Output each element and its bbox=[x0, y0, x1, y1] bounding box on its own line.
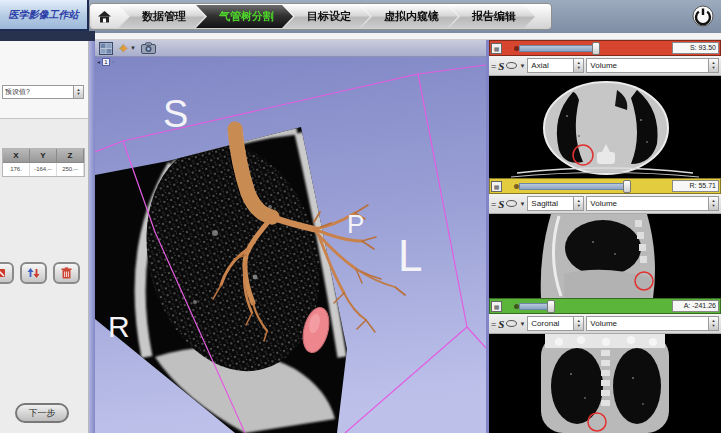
preset-stepper[interactable]: ▲▼ bbox=[73, 85, 84, 99]
power-button[interactable] bbox=[691, 4, 715, 28]
slider-grip-icon[interactable]: ▦ bbox=[491, 43, 502, 54]
add-annotation-button[interactable]: ✦ ▼ bbox=[118, 42, 136, 55]
orientation-select-value: Sagittal bbox=[527, 196, 573, 211]
sagittal-slider[interactable]: ▦ R: 55.71 bbox=[489, 178, 721, 194]
dropdown-arrow-icon[interactable]: ▼ bbox=[519, 199, 525, 209]
axial-slice-image[interactable] bbox=[489, 76, 721, 178]
sagittal-orientation-select[interactable]: Sagittal ▲▼ bbox=[527, 196, 584, 211]
menu-icon[interactable]: = bbox=[491, 319, 496, 329]
orientation-label-left: L bbox=[398, 231, 422, 280]
orientation-label-superior: S bbox=[163, 93, 188, 135]
preset-dropdown[interactable]: 预设值? ▲▼ bbox=[2, 85, 84, 99]
coronal-slice-image[interactable] bbox=[489, 334, 721, 433]
sagittal-slider-value: R: 55.71 bbox=[672, 180, 719, 192]
mode-select-value: Volume bbox=[586, 58, 708, 73]
coordinates-table-header: X Y Z bbox=[3, 149, 84, 163]
marker-dot-icon: ◦ bbox=[112, 58, 114, 66]
axial-orientation-select[interactable]: Axial ▲▼ bbox=[527, 58, 584, 73]
top-bar: 医学影像工作站 数据管理 气管树分割 目标设定 虚拟内窥镜 报告编辑 bbox=[0, 0, 721, 33]
main-nav: 数据管理 气管树分割 目标设定 虚拟内窥镜 报告编辑 bbox=[89, 3, 552, 30]
tab-report-editing[interactable]: 报告编辑 bbox=[449, 5, 535, 28]
dropdown-arrow-icon: ▼ bbox=[130, 45, 136, 51]
slice-views-panel: ▦ S: 93.50 = S ▼ Axial ▲▼ Volume bbox=[486, 40, 721, 433]
slider-grip-icon[interactable]: ▦ bbox=[491, 181, 502, 192]
cell-z: 250.-- bbox=[57, 163, 84, 176]
coronal-orientation-select[interactable]: Coronal ▲▼ bbox=[527, 316, 584, 331]
delete-button[interactable] bbox=[53, 262, 80, 284]
axial-view: ▦ S: 93.50 = S ▼ Axial ▲▼ Volume bbox=[489, 40, 721, 178]
tab-airway-tree-segmentation[interactable]: 气管树分割 bbox=[196, 5, 293, 28]
layout-grid-icon bbox=[99, 42, 113, 55]
preset-dropdown-value: 预设值? bbox=[2, 85, 73, 99]
tab-virtual-endoscopy[interactable]: 虚拟内窥镜 bbox=[361, 5, 458, 28]
sagittal-view: ▦ R: 55.71 = S ▼ Sagittal ▲▼ Volume bbox=[489, 178, 721, 298]
tab-data-management[interactable]: 数据管理 bbox=[119, 5, 205, 28]
table-row[interactable]: 176. -164.-- 250.-- bbox=[3, 163, 84, 176]
coronal-controls: = S ▼ Coronal ▲▼ Volume ▲▼ bbox=[489, 314, 721, 334]
visibility-icon[interactable] bbox=[506, 62, 517, 69]
swap-button[interactable] bbox=[20, 262, 47, 284]
coronal-slider[interactable]: ▦ A: -241.26 bbox=[489, 298, 721, 314]
orientation-label-right: R bbox=[108, 310, 130, 343]
sagittal-slider-track[interactable] bbox=[504, 179, 672, 193]
mode-stepper[interactable]: ▲▼ bbox=[708, 58, 719, 73]
menu-icon[interactable]: = bbox=[491, 61, 496, 71]
orientation-stepper[interactable]: ▲▼ bbox=[573, 196, 584, 211]
link-views-icon[interactable]: S bbox=[498, 319, 504, 329]
mode-stepper[interactable]: ▲▼ bbox=[708, 316, 719, 331]
mode-stepper[interactable]: ▲▼ bbox=[708, 196, 719, 211]
coronal-slider-track[interactable] bbox=[504, 299, 672, 313]
viewer-3d[interactable]: ◂ 1 ◦ bbox=[95, 57, 486, 433]
link-views-icon[interactable]: S bbox=[498, 199, 504, 209]
coronal-mode-select[interactable]: Volume ▲▼ bbox=[586, 316, 719, 331]
cell-x: 176. bbox=[3, 163, 30, 176]
axial-controls: = S ▼ Axial ▲▼ Volume ▲▼ bbox=[489, 56, 721, 76]
axial-slider[interactable]: ▦ S: 93.50 bbox=[489, 40, 721, 56]
col-header-y: Y bbox=[30, 149, 57, 162]
left-sidebar: 预设值? ▲▼ X Y Z 176. -164.-- 250.-- bbox=[0, 41, 89, 433]
cell-y: -164.-- bbox=[30, 163, 57, 176]
tab-target-setting[interactable]: 目标设定 bbox=[284, 5, 370, 28]
orientation-label-posterior: P bbox=[347, 209, 364, 239]
axial-slider-value: S: 93.50 bbox=[672, 42, 719, 54]
link-views-icon[interactable]: S bbox=[498, 61, 504, 71]
col-header-x: X bbox=[3, 149, 30, 162]
coronal-slider-handle[interactable] bbox=[547, 300, 555, 313]
nav-under-strip bbox=[95, 33, 721, 40]
camera-icon bbox=[141, 42, 156, 54]
layout-grid-button[interactable] bbox=[99, 42, 113, 55]
sagittal-slice-image[interactable] bbox=[489, 214, 721, 298]
sidebar-button-row bbox=[0, 262, 97, 284]
orientation-stepper[interactable]: ▲▼ bbox=[573, 316, 584, 331]
axial-mode-select[interactable]: Volume ▲▼ bbox=[586, 58, 719, 73]
screenshot-button[interactable] bbox=[141, 42, 156, 54]
3d-canvas[interactable]: S P L R bbox=[95, 57, 486, 433]
sidebar-preset-panel bbox=[0, 41, 88, 119]
viewport-mini-controls[interactable]: ◂ 1 ◦ bbox=[97, 58, 114, 66]
menu-icon[interactable]: = bbox=[491, 199, 496, 209]
slider-grip-icon[interactable]: ▦ bbox=[491, 301, 502, 312]
axial-slider-track[interactable] bbox=[504, 41, 672, 55]
add-star-icon: ✦ bbox=[118, 42, 129, 55]
app-logo: 医学影像工作站 bbox=[0, 0, 89, 31]
coordinates-table: X Y Z 176. -164.-- 250.-- bbox=[2, 148, 85, 177]
sagittal-slider-handle[interactable] bbox=[623, 180, 631, 193]
orientation-stepper[interactable]: ▲▼ bbox=[573, 58, 584, 73]
home-icon bbox=[98, 11, 111, 23]
col-header-z: Z bbox=[57, 149, 84, 162]
visibility-icon[interactable] bbox=[506, 320, 517, 327]
partial-button[interactable] bbox=[0, 262, 14, 284]
visibility-icon[interactable] bbox=[506, 200, 517, 207]
dropdown-arrow-icon[interactable]: ▼ bbox=[519, 319, 525, 329]
axial-slider-handle[interactable] bbox=[592, 42, 600, 55]
dropdown-arrow-icon[interactable]: ▼ bbox=[519, 61, 525, 71]
viewport-page-indicator: 1 bbox=[102, 58, 110, 66]
next-step-button[interactable]: 下一步 bbox=[15, 403, 69, 423]
viewer-toolbar: ✦ ▼ bbox=[95, 40, 486, 57]
orientation-select-value: Axial bbox=[527, 58, 573, 73]
sagittal-mode-select[interactable]: Volume ▲▼ bbox=[586, 196, 719, 211]
app-logo-text: 医学影像工作站 bbox=[9, 8, 79, 22]
coronal-view: ▦ A: -241.26 = S ▼ Coronal ▲▼ Volume bbox=[489, 298, 721, 433]
coronal-slider-value: A: -241.26 bbox=[672, 300, 719, 312]
sidebar-top-band bbox=[0, 31, 95, 41]
